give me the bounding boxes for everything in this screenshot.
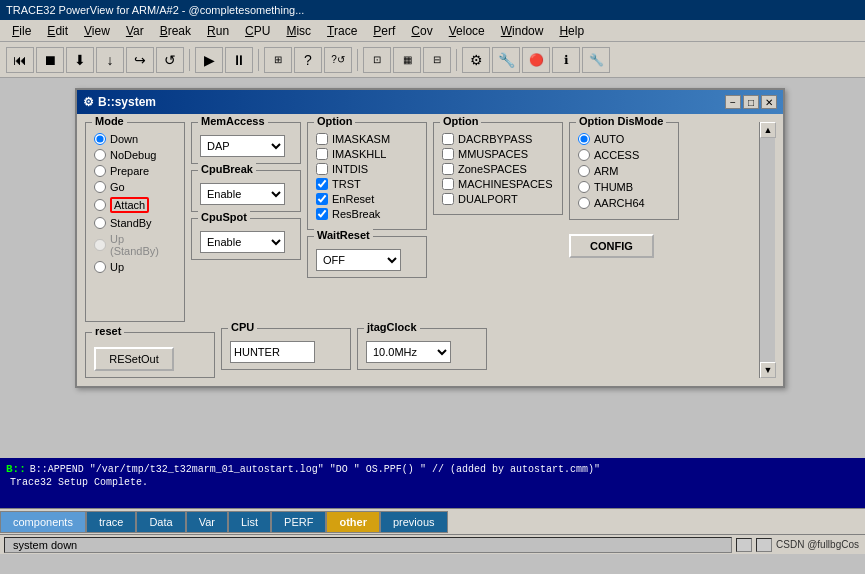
menu-cov[interactable]: Cov [403,22,440,40]
option-imaskasm[interactable]: IMASKASM [316,133,418,145]
trst-checkbox[interactable] [316,178,328,190]
menu-perf[interactable]: Perf [365,22,403,40]
menu-misc[interactable]: Misc [278,22,319,40]
tab-perf[interactable]: PERF [271,511,326,533]
cpu-input[interactable] [230,341,315,363]
dismode-thumb-radio[interactable] [578,181,590,193]
tab-list[interactable]: List [228,511,271,533]
menu-run[interactable]: Run [199,22,237,40]
option-zonespaces[interactable]: ZoneSPACES [442,163,554,175]
tab-var[interactable]: Var [186,511,228,533]
enreset-checkbox[interactable] [316,193,328,205]
toolbar-btn-7[interactable]: ⊞ [264,47,292,73]
menu-file[interactable]: File [4,22,39,40]
toolbar-btn-6[interactable]: ↺ [156,47,184,73]
toolbar-btn-4[interactable]: ↓ [96,47,124,73]
toolbar-btn-8[interactable]: ? [294,47,322,73]
menu-veloce[interactable]: Veloce [441,22,493,40]
mode-attach-radio[interactable] [94,199,106,211]
dismode-arm[interactable]: ARM [578,165,670,177]
dismode-aarch64-radio[interactable] [578,197,590,209]
waitreset-select[interactable]: OFF ON [316,249,401,271]
cpubreak-select[interactable]: Enable Disable [200,183,285,205]
option-trst[interactable]: TRST [316,178,418,190]
toolbar-btn-14[interactable]: 🔧 [492,47,520,73]
mode-down[interactable]: Down [94,133,176,145]
tab-components[interactable]: components [0,511,86,533]
option-mmuspaces[interactable]: MMUSPACES [442,148,554,160]
imaskhll-checkbox[interactable] [316,148,328,160]
mode-standby[interactable]: StandBy [94,217,176,229]
menu-view[interactable]: View [76,22,118,40]
dismode-arm-radio[interactable] [578,165,590,177]
mode-prepare[interactable]: Prepare [94,165,176,177]
mode-up[interactable]: Up [94,261,176,273]
resetout-button[interactable]: RESetOut [94,347,174,371]
scroll-up-button[interactable]: ▲ [760,122,776,138]
config-button[interactable]: CONFIG [569,234,654,258]
dismode-auto[interactable]: AUTO [578,133,670,145]
dismode-access[interactable]: ACCESS [578,149,670,161]
dualport-checkbox[interactable] [442,193,454,205]
resbreak-checkbox[interactable] [316,208,328,220]
toolbar-btn-3[interactable]: ⬇ [66,47,94,73]
dismode-auto-radio[interactable] [578,133,590,145]
option-intdis[interactable]: INTDIS [316,163,418,175]
toolbar-btn-16[interactable]: ℹ [552,47,580,73]
option-dualport[interactable]: DUALPORT [442,193,554,205]
toolbar-btn-play[interactable]: ▶ [195,47,223,73]
cpuspot-select[interactable]: Enable Disable [200,231,285,253]
zonespaces-checkbox[interactable] [442,163,454,175]
menu-cpu[interactable]: CPU [237,22,278,40]
dismode-access-radio[interactable] [578,149,590,161]
machinespaces-checkbox[interactable] [442,178,454,190]
mode-prepare-radio[interactable] [94,165,106,177]
option-dacrbypass[interactable]: DACRBYPASS [442,133,554,145]
toolbar-btn-15[interactable]: 🔴 [522,47,550,73]
mode-standby-radio[interactable] [94,217,106,229]
menu-trace[interactable]: Trace [319,22,365,40]
imaskasm-checkbox[interactable] [316,133,328,145]
toolbar-btn-pause[interactable]: ⏸ [225,47,253,73]
dismode-thumb[interactable]: THUMB [578,181,670,193]
dialog-close-button[interactable]: ✕ [761,95,777,109]
jtag-select[interactable]: 10.0MHz 5.0MHz 1.0MHz [366,341,451,363]
toolbar-btn-2[interactable]: ⏹ [36,47,64,73]
toolbar-btn-9[interactable]: ?↺ [324,47,352,73]
mmuspaces-checkbox[interactable] [442,148,454,160]
menu-edit[interactable]: Edit [39,22,76,40]
toolbar-btn-12[interactable]: ⊟ [423,47,451,73]
mode-go[interactable]: Go [94,181,176,193]
dacrbypass-checkbox[interactable] [442,133,454,145]
tab-other[interactable]: other [326,511,380,533]
toolbar-btn-11[interactable]: ▦ [393,47,421,73]
dismode-aarch64[interactable]: AARCH64 [578,197,670,209]
mode-attach[interactable]: Attach [94,197,176,213]
mode-go-radio[interactable] [94,181,106,193]
mode-nodebug[interactable]: NoDebug [94,149,176,161]
menu-window[interactable]: Window [493,22,552,40]
tab-data[interactable]: Data [136,511,185,533]
toolbar-btn-5[interactable]: ↪ [126,47,154,73]
option-resbreak[interactable]: ResBreak [316,208,418,220]
toolbar-btn-13[interactable]: ⚙ [462,47,490,73]
toolbar-btn-1[interactable]: ⏮ [6,47,34,73]
intdis-checkbox[interactable] [316,163,328,175]
mode-nodebug-radio[interactable] [94,149,106,161]
option-imaskhll[interactable]: IMASKHLL [316,148,418,160]
menu-help[interactable]: Help [551,22,592,40]
scroll-down-button[interactable]: ▼ [760,362,776,378]
option-machinespaces[interactable]: MACHINESPACES [442,178,554,190]
scrollbar-track[interactable] [760,138,775,362]
tab-previous[interactable]: previous [380,511,448,533]
menu-break[interactable]: Break [152,22,199,40]
toolbar-btn-10[interactable]: ⊡ [363,47,391,73]
toolbar-btn-17[interactable]: 🔧 [582,47,610,73]
dialog-restore-button[interactable]: □ [743,95,759,109]
option-enreset[interactable]: EnReset [316,193,418,205]
mode-up-radio[interactable] [94,261,106,273]
dialog-minimize-button[interactable]: − [725,95,741,109]
menu-var[interactable]: Var [118,22,152,40]
mode-down-radio[interactable] [94,133,106,145]
memaccess-select[interactable]: DAP NEXUS SWD [200,135,285,157]
